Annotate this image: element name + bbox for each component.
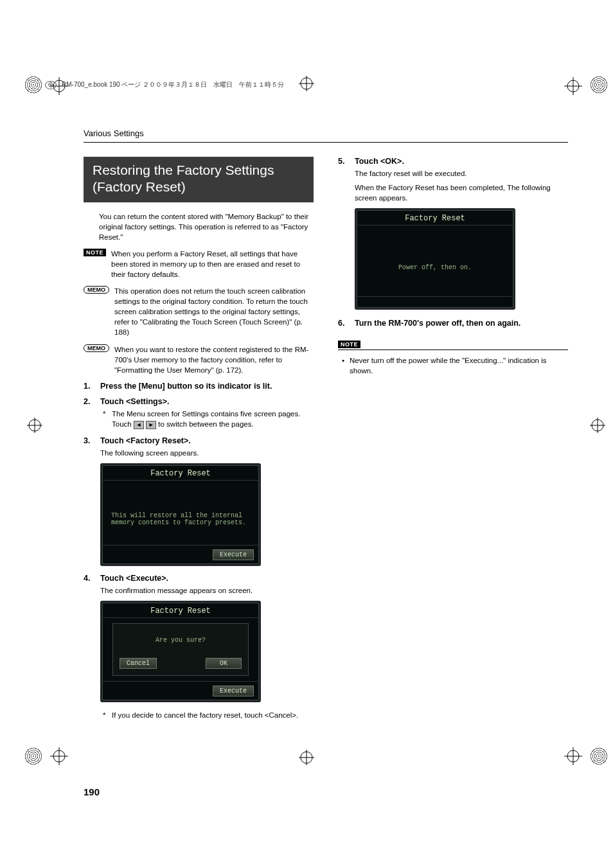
step-5: Touch <OK>. The factory reset will be ex… bbox=[338, 157, 568, 310]
step-note: The Menu screen for Settings contains fi… bbox=[100, 409, 314, 430]
section-divider bbox=[84, 142, 568, 143]
right-arrow-icon: ► bbox=[146, 421, 156, 429]
printer-mark-corner bbox=[590, 747, 608, 765]
step-body: When the Factory Reset has been complete… bbox=[355, 182, 568, 203]
step-note-line: The Menu screen for Settings contains fi… bbox=[112, 410, 300, 418]
memo-badge: MEMO bbox=[84, 286, 109, 294]
screen-title: Factory Reset bbox=[102, 603, 259, 618]
left-arrow-icon: ◄ bbox=[134, 421, 144, 429]
note-badge: NOTE bbox=[338, 341, 360, 348]
execute-button[interactable]: Execute bbox=[213, 549, 254, 560]
step-head: Touch <OK>. bbox=[355, 157, 568, 166]
screen-title: Factory Reset bbox=[102, 465, 259, 481]
step-head: Touch <Execute>. bbox=[100, 574, 314, 583]
header-oval-icon bbox=[45, 81, 57, 89]
note-bullet: Never turn off the power while the "Exec… bbox=[338, 355, 568, 376]
printer-side-mark bbox=[27, 418, 42, 433]
intro-paragraph: You can return the content stored with "… bbox=[99, 211, 314, 242]
note-text: When you perform a Factory Reset, all se… bbox=[111, 249, 314, 279]
factory-reset-screen-confirm: Factory Reset Are you sure? Cancel OK bbox=[100, 601, 261, 702]
printer-mark-corner bbox=[24, 76, 42, 94]
step-body: The confirmation message appears on scre… bbox=[100, 585, 314, 596]
memo-text: This operation does not return the touch… bbox=[114, 286, 314, 337]
note-badge: NOTE bbox=[84, 249, 106, 256]
header-text: RM-700_e.book 190 ページ ２００９年３月１８日 水曜日 午前１… bbox=[62, 80, 284, 89]
confirm-dialog: Are you sure? Cancel OK bbox=[112, 623, 249, 676]
memo-text: When you want to restore the content reg… bbox=[114, 344, 314, 375]
factory-reset-screen-done: Factory Reset Power off, then on. bbox=[355, 208, 515, 310]
ok-button[interactable]: OK bbox=[206, 658, 242, 669]
memo-block: MEMO This operation does not return the … bbox=[84, 286, 314, 337]
page-title: Restoring the Factory Settings (Factory … bbox=[84, 157, 314, 202]
execute-button[interactable]: Execute bbox=[213, 686, 254, 696]
printer-side-mark bbox=[590, 418, 605, 433]
note-block: NOTE When you perform a Factory Reset, a… bbox=[84, 249, 314, 279]
printer-mark-corner bbox=[590, 76, 608, 94]
step-body: The factory reset will be executed. bbox=[355, 168, 568, 179]
printer-registration-mark bbox=[50, 747, 68, 765]
step-note-line: Touch bbox=[112, 420, 134, 428]
step-note-line: to switch between the pages. bbox=[158, 420, 253, 428]
factory-reset-screen-1: Factory Reset This will restore all the … bbox=[100, 463, 261, 566]
confirm-prompt: Are you sure? bbox=[120, 637, 242, 644]
screen-message: Power off, then on. bbox=[398, 264, 472, 271]
printer-mark-corner bbox=[24, 747, 42, 765]
step-6: Turn the RM-700's power off, then on aga… bbox=[338, 319, 568, 328]
section-header: Various Settings bbox=[84, 128, 568, 138]
memo-badge: MEMO bbox=[84, 344, 109, 352]
step-4: Touch <Execute>. The confirmation messag… bbox=[84, 574, 314, 721]
step-2: Touch <Settings>. The Menu screen for Se… bbox=[84, 397, 314, 430]
note-divider bbox=[338, 350, 568, 350]
step-head: Press the [Menu] button so its indicator… bbox=[100, 382, 314, 391]
step-head: Touch <Factory Reset>. bbox=[100, 436, 314, 445]
step-body: The following screen appears. bbox=[100, 448, 314, 458]
page-number: 190 bbox=[84, 786, 100, 797]
step-note: If you decide to cancel the factory rese… bbox=[100, 710, 314, 721]
print-header: RM-700_e.book 190 ページ ２００９年３月１８日 水曜日 午前１… bbox=[45, 80, 587, 89]
cancel-button[interactable]: Cancel bbox=[120, 658, 157, 669]
step-head: Turn the RM-700's power off, then on aga… bbox=[355, 319, 568, 328]
step-head: Touch <Settings>. bbox=[100, 397, 314, 406]
step-3: Touch <Factory Reset>. The following scr… bbox=[84, 436, 314, 566]
screen-message: This will restore all the internal memor… bbox=[111, 512, 250, 526]
screen-title: Factory Reset bbox=[357, 210, 513, 226]
step-1: Press the [Menu] button so its indicator… bbox=[84, 382, 314, 391]
memo-block: MEMO When you want to restore the conten… bbox=[84, 344, 314, 375]
